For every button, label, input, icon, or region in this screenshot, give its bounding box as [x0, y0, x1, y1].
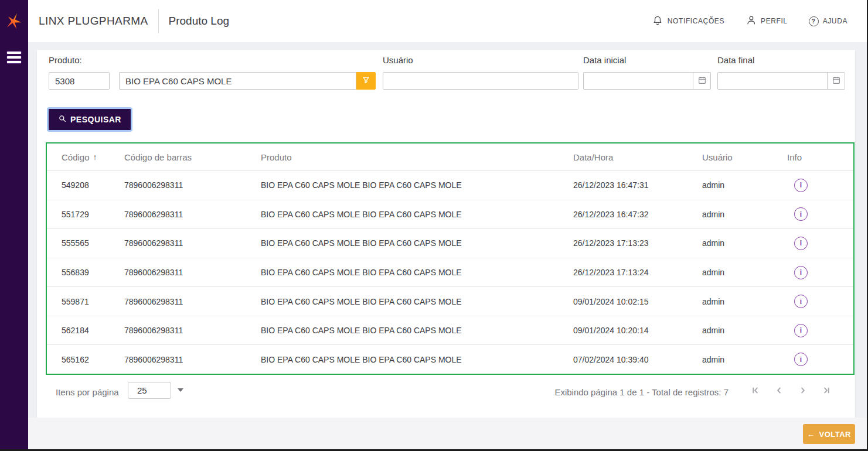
data-final-input[interactable] — [718, 73, 827, 89]
menu-icon[interactable] — [7, 52, 21, 63]
info-icon: i — [800, 239, 802, 247]
cell-produto: BIO EPA C60 CAPS MOLE BIO EPA C60 CAPS M… — [261, 297, 573, 306]
info-button[interactable]: i — [794, 237, 808, 250]
header: LINX PLUGPHARMA Produto Log NOTIFICAÇÕES… — [28, 0, 868, 42]
first-page-button[interactable] — [751, 385, 761, 395]
cell-codigo-barras: 7896006298311 — [124, 238, 261, 248]
column-header-produto[interactable]: Produto — [261, 152, 573, 162]
linx-logo-icon — [0, 0, 28, 42]
column-header-data-hora[interactable]: Data/Hora — [573, 152, 702, 162]
produto-nome-input[interactable] — [119, 72, 356, 90]
data-final-field — [717, 72, 845, 90]
chevron-left-icon — [774, 385, 784, 395]
sort-asc-icon: ↑ — [93, 152, 97, 162]
next-page-button[interactable] — [798, 385, 808, 395]
cell-data-hora: 26/12/2023 17:13:23 — [573, 238, 702, 248]
header-divider — [158, 9, 159, 33]
data-inicial-input[interactable] — [584, 73, 693, 89]
data-inicial-label: Data inicial — [583, 55, 626, 65]
info-button[interactable]: i — [794, 266, 808, 279]
cell-produto: BIO EPA C60 CAPS MOLE BIO EPA C60 CAPS M… — [261, 326, 573, 335]
table-row: 551729 7896006298311 BIO EPA C60 CAPS MO… — [47, 200, 853, 230]
data-inicial-calendar-button[interactable] — [693, 73, 710, 89]
results-table: Código ↑ Código de barras Produto Data/H… — [46, 142, 855, 375]
cell-usuario: admin — [702, 326, 787, 335]
pagination-summary: Exibindo página 1 de 1 - Total de regist… — [554, 387, 729, 397]
cell-produto: BIO EPA C60 CAPS MOLE BIO EPA C60 CAPS M… — [261, 355, 573, 364]
cell-codigo: 559871 — [47, 297, 124, 306]
cell-usuario: admin — [702, 355, 787, 364]
items-per-page-label: Itens por página — [56, 387, 119, 397]
previous-page-button[interactable] — [774, 385, 784, 395]
cell-produto: BIO EPA C60 CAPS MOLE BIO EPA C60 CAPS M… — [261, 210, 573, 219]
chevron-right-icon — [798, 385, 808, 395]
calendar-icon — [832, 76, 841, 87]
column-header-label: Produto — [261, 152, 292, 162]
cell-data-hora: 26/12/2023 16:47:31 — [573, 180, 702, 190]
last-page-icon — [821, 385, 831, 395]
pagination-controls — [751, 385, 831, 395]
cell-codigo: 556839 — [47, 268, 124, 277]
table-row: 565162 7896006298311 BIO EPA C60 CAPS MO… — [47, 345, 853, 374]
footer-bar: ← VOLTAR — [28, 418, 868, 450]
product-filter-button[interactable] — [356, 72, 376, 90]
cell-usuario: admin — [702, 297, 787, 306]
usuario-label: Usuário — [383, 55, 413, 65]
cell-produto: BIO EPA C60 CAPS MOLE BIO EPA C60 CAPS M… — [261, 180, 573, 190]
cell-data-hora: 26/12/2023 17:13:24 — [573, 268, 702, 277]
cell-data-hora: 09/01/2024 10:20:14 — [573, 326, 702, 335]
info-button[interactable]: i — [794, 324, 808, 337]
notifications-button[interactable]: NOTIFICAÇÕES — [652, 15, 724, 28]
notifications-label: NOTIFICAÇÕES — [668, 17, 724, 25]
info-icon: i — [800, 298, 802, 306]
cell-codigo: 551729 — [47, 210, 124, 219]
help-button[interactable]: ? AJUDA — [809, 16, 847, 26]
cell-codigo-barras: 7896006298311 — [124, 210, 261, 219]
column-header-info[interactable]: Info — [787, 152, 853, 162]
info-icon: i — [800, 210, 802, 218]
cell-usuario: admin — [702, 210, 787, 219]
items-per-page-select[interactable]: 25 — [128, 382, 171, 399]
column-header-codigo-barras[interactable]: Código de barras — [124, 152, 261, 162]
dropdown-arrow-icon[interactable] — [178, 388, 183, 392]
cell-codigo-barras: 7896006298311 — [124, 297, 261, 306]
cell-produto: BIO EPA C60 CAPS MOLE BIO EPA C60 CAPS M… — [261, 268, 573, 277]
info-icon: i — [800, 326, 802, 334]
usuario-input[interactable] — [383, 72, 578, 90]
info-button[interactable]: i — [794, 295, 808, 308]
profile-button[interactable]: PERFIL — [746, 15, 788, 28]
back-button[interactable]: ← VOLTAR — [803, 424, 855, 444]
first-page-icon — [751, 385, 761, 395]
funnel-icon — [362, 76, 370, 86]
cell-codigo-barras: 7896006298311 — [124, 268, 261, 277]
data-final-calendar-button[interactable] — [827, 73, 845, 89]
table-header-row: Código ↑ Código de barras Produto Data/H… — [47, 144, 853, 171]
search-button[interactable]: PESQUISAR — [47, 107, 132, 132]
cell-codigo: 565162 — [47, 355, 124, 364]
table-row: 549208 7896006298311 BIO EPA C60 CAPS MO… — [47, 171, 853, 200]
magnifier-icon — [58, 114, 67, 125]
table-row: 562184 7896006298311 BIO EPA C60 CAPS MO… — [47, 316, 853, 346]
help-icon: ? — [809, 16, 819, 26]
cell-codigo: 555565 — [47, 238, 124, 248]
info-button[interactable]: i — [794, 179, 808, 192]
info-icon: i — [800, 268, 802, 276]
cell-codigo-barras: 7896006298311 — [124, 326, 261, 335]
info-button[interactable]: i — [794, 207, 808, 221]
search-button-label: PESQUISAR — [70, 115, 121, 124]
last-page-button[interactable] — [821, 385, 831, 395]
brand-title: LINX PLUGPHARMA — [39, 15, 148, 28]
cell-usuario: admin — [702, 180, 787, 190]
column-header-usuario[interactable]: Usuário — [702, 152, 787, 162]
column-header-label: Usuário — [702, 152, 733, 162]
produto-codigo-input[interactable] — [49, 72, 110, 90]
content-area: Produto: Usuário Data inicial Data final — [28, 42, 868, 451]
produto-label: Produto: — [49, 55, 82, 65]
cell-data-hora: 09/01/2024 10:02:15 — [573, 297, 702, 306]
info-icon: i — [800, 181, 802, 189]
profile-label: PERFIL — [761, 17, 788, 25]
info-button[interactable]: i — [794, 353, 808, 366]
column-header-codigo[interactable]: Código ↑ — [47, 152, 124, 162]
arrow-left-icon: ← — [807, 430, 815, 439]
back-button-label: VOLTAR — [819, 430, 851, 439]
